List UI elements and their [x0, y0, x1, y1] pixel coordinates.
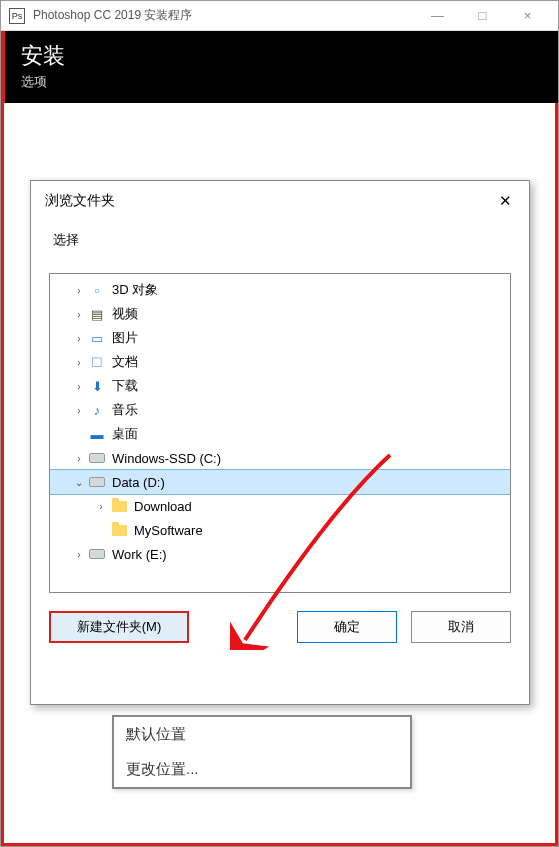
tree-item-label: Work (E:)	[112, 547, 167, 562]
header-subtitle: 选项	[21, 73, 542, 91]
tree-item[interactable]: ›Download	[50, 494, 510, 518]
tree-item-label: 视频	[112, 305, 138, 323]
tree-item[interactable]: ▬桌面	[50, 422, 510, 446]
location-dropdown-menu: 默认位置 更改位置...	[112, 715, 412, 789]
tree-item-label: 下载	[112, 377, 138, 395]
documents-icon: ☐	[88, 354, 106, 370]
dialog-close-button[interactable]: ✕	[495, 191, 515, 211]
expander-icon[interactable]: ›	[72, 333, 86, 344]
folder-icon	[110, 498, 128, 514]
tree-item[interactable]: ›Work (E:)	[50, 542, 510, 566]
expander-icon[interactable]: ›	[72, 381, 86, 392]
cancel-label: 取消	[448, 618, 474, 636]
new-folder-button[interactable]: 新建文件夹(M)	[49, 611, 189, 643]
tree-item-label: 音乐	[112, 401, 138, 419]
tree-item-label: Windows-SSD (C:)	[112, 451, 221, 466]
installer-header: 安装 选项	[1, 31, 558, 103]
tree-item[interactable]: MySoftware	[50, 518, 510, 542]
browse-folder-dialog: 浏览文件夹 ✕ 选择 ›▫3D 对象›▤视频›▭图片›☐文档›⬇下载›♪音乐▬桌…	[30, 180, 530, 705]
dialog-button-row: 新建文件夹(M) 确定 取消	[31, 601, 529, 653]
ok-button[interactable]: 确定	[297, 611, 397, 643]
tree-item[interactable]: ›▭图片	[50, 326, 510, 350]
tree-item[interactable]: ›▤视频	[50, 302, 510, 326]
expander-icon[interactable]: ›	[72, 405, 86, 416]
tree-item-label: Data (D:)	[112, 475, 165, 490]
expander-icon[interactable]: ›	[72, 549, 86, 560]
dialog-title: 浏览文件夹	[45, 192, 495, 210]
header-title: 安装	[21, 41, 542, 71]
tree-item-label: 图片	[112, 329, 138, 347]
drive-icon	[88, 474, 106, 490]
tree-item[interactable]: ›▫3D 对象	[50, 278, 510, 302]
new-folder-label: 新建文件夹(M)	[77, 618, 162, 636]
pictures-icon: ▭	[88, 330, 106, 346]
tree-item-label: Download	[134, 499, 192, 514]
menu-item-default-location[interactable]: 默认位置	[114, 717, 410, 752]
tree-item-label: MySoftware	[134, 523, 203, 538]
expander-icon[interactable]: ⌄	[72, 477, 86, 488]
minimize-button[interactable]: —	[415, 2, 460, 30]
tree-item[interactable]: ›☐文档	[50, 350, 510, 374]
window-controls: — □ ×	[415, 2, 550, 30]
video-icon: ▤	[88, 306, 106, 322]
expander-icon[interactable]: ›	[72, 309, 86, 320]
tree-item-label: 桌面	[112, 425, 138, 443]
close-button[interactable]: ×	[505, 2, 550, 30]
drive-icon	[88, 450, 106, 466]
expander-icon[interactable]: ›	[72, 285, 86, 296]
menu-item-change-location[interactable]: 更改位置...	[114, 752, 410, 787]
title-bar: Ps Photoshop CC 2019 安装程序 — □ ×	[1, 1, 558, 31]
drive-icon	[88, 546, 106, 562]
dialog-instruction: 选择	[31, 217, 529, 259]
expander-icon[interactable]: ›	[72, 453, 86, 464]
dialog-title-bar: 浏览文件夹 ✕	[31, 181, 529, 217]
folder-tree[interactable]: ›▫3D 对象›▤视频›▭图片›☐文档›⬇下载›♪音乐▬桌面›Windows-S…	[49, 273, 511, 593]
tree-item[interactable]: ›Windows-SSD (C:)	[50, 446, 510, 470]
tree-item[interactable]: ›⬇下载	[50, 374, 510, 398]
cube-icon: ▫	[88, 282, 106, 298]
folder-icon	[110, 522, 128, 538]
cancel-button[interactable]: 取消	[411, 611, 511, 643]
ok-label: 确定	[334, 618, 360, 636]
desktop-icon: ▬	[88, 426, 106, 442]
tree-item[interactable]: ›♪音乐	[50, 398, 510, 422]
tree-item[interactable]: ⌄Data (D:)	[50, 470, 510, 494]
music-icon: ♪	[88, 402, 106, 418]
maximize-button[interactable]: □	[460, 2, 505, 30]
downloads-icon: ⬇	[88, 378, 106, 394]
window-title: Photoshop CC 2019 安装程序	[33, 7, 415, 24]
tree-item-label: 文档	[112, 353, 138, 371]
app-icon: Ps	[9, 8, 25, 24]
expander-icon[interactable]: ›	[72, 357, 86, 368]
expander-icon[interactable]: ›	[94, 501, 108, 512]
tree-item-label: 3D 对象	[112, 281, 158, 299]
